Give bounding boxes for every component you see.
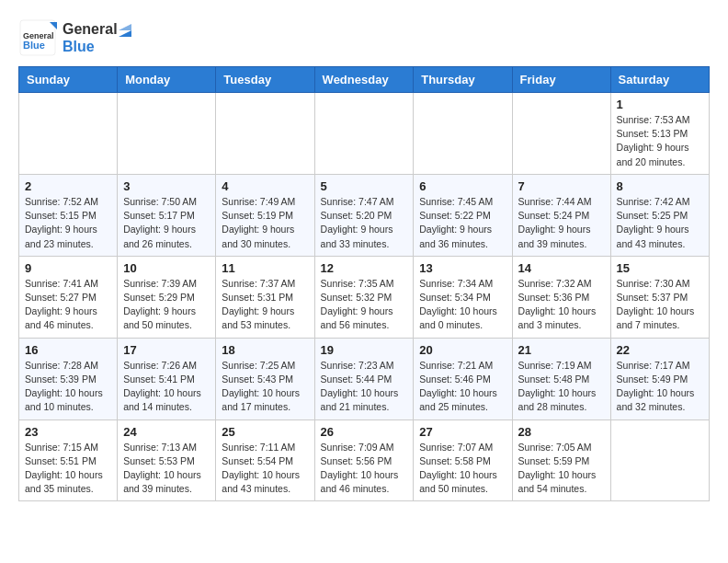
day-number: 4 — [222, 179, 308, 193]
day-number: 11 — [222, 261, 308, 275]
calendar-day: 12Sunrise: 7:35 AM Sunset: 5:32 PM Dayli… — [314, 256, 414, 338]
day-number: 10 — [123, 261, 210, 275]
day-info: Sunrise: 7:28 AM Sunset: 5:39 PM Dayligh… — [25, 359, 111, 415]
day-info: Sunrise: 7:17 AM Sunset: 5:49 PM Dayligh… — [617, 359, 703, 415]
calendar-day — [610, 419, 709, 501]
logo-arrow-icon — [119, 24, 131, 37]
calendar-day: 17Sunrise: 7:26 AM Sunset: 5:41 PM Dayli… — [118, 338, 216, 419]
day-info: Sunrise: 7:45 AM Sunset: 5:22 PM Dayligh… — [419, 195, 506, 251]
svg-text:Blue: Blue — [23, 40, 45, 51]
calendar-day: 5Sunrise: 7:47 AM Sunset: 5:20 PM Daylig… — [314, 174, 414, 256]
weekday-header-row: SundayMondayTuesdayWednesdayThursdayFrid… — [19, 67, 710, 93]
weekday-header-thursday: Thursday — [414, 67, 512, 93]
day-info: Sunrise: 7:49 AM Sunset: 5:19 PM Dayligh… — [222, 195, 308, 251]
weekday-header-friday: Friday — [512, 67, 610, 93]
day-info: Sunrise: 7:42 AM Sunset: 5:25 PM Dayligh… — [617, 195, 703, 251]
day-info: Sunrise: 7:39 AM Sunset: 5:29 PM Dayligh… — [123, 277, 210, 333]
calendar-day: 15Sunrise: 7:30 AM Sunset: 5:37 PM Dayli… — [610, 256, 709, 338]
calendar-day: 13Sunrise: 7:34 AM Sunset: 5:34 PM Dayli… — [414, 256, 512, 338]
day-info: Sunrise: 7:41 AM Sunset: 5:27 PM Dayligh… — [25, 277, 111, 333]
day-number: 7 — [518, 179, 605, 193]
logo-icon: General Blue — [18, 18, 57, 57]
day-info: Sunrise: 7:23 AM Sunset: 5:44 PM Dayligh… — [321, 359, 408, 415]
day-info: Sunrise: 7:13 AM Sunset: 5:53 PM Dayligh… — [123, 441, 210, 497]
day-number: 18 — [222, 343, 308, 357]
day-number: 2 — [25, 179, 111, 193]
day-number: 12 — [321, 261, 408, 275]
calendar-day: 20Sunrise: 7:21 AM Sunset: 5:46 PM Dayli… — [414, 338, 512, 419]
calendar-day: 19Sunrise: 7:23 AM Sunset: 5:44 PM Dayli… — [314, 338, 414, 419]
day-number: 5 — [321, 179, 408, 193]
day-number: 6 — [419, 179, 506, 193]
calendar-day: 23Sunrise: 7:15 AM Sunset: 5:51 PM Dayli… — [19, 419, 118, 501]
calendar-day: 24Sunrise: 7:13 AM Sunset: 5:53 PM Dayli… — [118, 419, 216, 501]
logo: General Blue General Blue — [18, 18, 131, 57]
calendar-day: 7Sunrise: 7:44 AM Sunset: 5:24 PM Daylig… — [512, 174, 610, 256]
day-info: Sunrise: 7:32 AM Sunset: 5:36 PM Dayligh… — [518, 277, 605, 333]
day-number: 28 — [518, 425, 605, 439]
day-info: Sunrise: 7:44 AM Sunset: 5:24 PM Dayligh… — [518, 195, 605, 251]
calendar-day — [314, 93, 414, 175]
calendar-day: 16Sunrise: 7:28 AM Sunset: 5:39 PM Dayli… — [19, 338, 118, 419]
calendar-day — [216, 93, 314, 175]
calendar-day: 10Sunrise: 7:39 AM Sunset: 5:29 PM Dayli… — [118, 256, 216, 338]
day-info: Sunrise: 7:50 AM Sunset: 5:17 PM Dayligh… — [123, 195, 210, 251]
calendar-week-2: 2Sunrise: 7:52 AM Sunset: 5:15 PM Daylig… — [19, 174, 710, 256]
weekday-header-sunday: Sunday — [19, 67, 118, 93]
day-number: 25 — [222, 425, 308, 439]
calendar-day: 25Sunrise: 7:11 AM Sunset: 5:54 PM Dayli… — [216, 419, 314, 501]
day-info: Sunrise: 7:30 AM Sunset: 5:37 PM Dayligh… — [617, 277, 703, 333]
calendar-week-4: 16Sunrise: 7:28 AM Sunset: 5:39 PM Dayli… — [19, 338, 710, 419]
page-header: General Blue General Blue — [18, 18, 710, 57]
weekday-header-tuesday: Tuesday — [216, 67, 314, 93]
svg-marker-5 — [119, 24, 131, 30]
day-number: 27 — [419, 425, 506, 439]
day-info: Sunrise: 7:37 AM Sunset: 5:31 PM Dayligh… — [222, 277, 308, 333]
calendar-day: 11Sunrise: 7:37 AM Sunset: 5:31 PM Dayli… — [216, 256, 314, 338]
day-number: 1 — [617, 98, 703, 111]
day-info: Sunrise: 7:53 AM Sunset: 5:13 PM Dayligh… — [617, 113, 703, 169]
calendar-day — [512, 93, 610, 175]
day-number: 20 — [419, 343, 506, 357]
calendar-day: 1Sunrise: 7:53 AM Sunset: 5:13 PM Daylig… — [610, 93, 709, 175]
day-number: 8 — [617, 179, 703, 193]
day-info: Sunrise: 7:11 AM Sunset: 5:54 PM Dayligh… — [222, 441, 308, 497]
calendar-day: 8Sunrise: 7:42 AM Sunset: 5:25 PM Daylig… — [610, 174, 709, 256]
weekday-header-wednesday: Wednesday — [314, 67, 414, 93]
calendar-day: 14Sunrise: 7:32 AM Sunset: 5:36 PM Dayli… — [512, 256, 610, 338]
day-info: Sunrise: 7:19 AM Sunset: 5:48 PM Dayligh… — [518, 359, 605, 415]
day-number: 22 — [617, 343, 703, 357]
calendar-day: 4Sunrise: 7:49 AM Sunset: 5:19 PM Daylig… — [216, 174, 314, 256]
day-info: Sunrise: 7:47 AM Sunset: 5:20 PM Dayligh… — [321, 195, 408, 251]
calendar-week-3: 9Sunrise: 7:41 AM Sunset: 5:27 PM Daylig… — [19, 256, 710, 338]
day-info: Sunrise: 7:26 AM Sunset: 5:41 PM Dayligh… — [123, 359, 210, 415]
calendar-day: 21Sunrise: 7:19 AM Sunset: 5:48 PM Dayli… — [512, 338, 610, 419]
calendar-day: 27Sunrise: 7:07 AM Sunset: 5:58 PM Dayli… — [414, 419, 512, 501]
calendar-day: 6Sunrise: 7:45 AM Sunset: 5:22 PM Daylig… — [414, 174, 512, 256]
day-number: 17 — [123, 343, 210, 357]
day-number: 24 — [123, 425, 210, 439]
day-info: Sunrise: 7:25 AM Sunset: 5:43 PM Dayligh… — [222, 359, 308, 415]
calendar-day: 22Sunrise: 7:17 AM Sunset: 5:49 PM Dayli… — [610, 338, 709, 419]
svg-marker-4 — [119, 30, 131, 37]
calendar-table: SundayMondayTuesdayWednesdayThursdayFrid… — [18, 66, 710, 501]
day-info: Sunrise: 7:35 AM Sunset: 5:32 PM Dayligh… — [321, 277, 408, 333]
calendar-day — [118, 93, 216, 175]
calendar-week-1: 1Sunrise: 7:53 AM Sunset: 5:13 PM Daylig… — [19, 93, 710, 175]
day-number: 3 — [123, 179, 210, 193]
day-number: 19 — [321, 343, 408, 357]
weekday-header-monday: Monday — [118, 67, 216, 93]
calendar-day: 9Sunrise: 7:41 AM Sunset: 5:27 PM Daylig… — [19, 256, 118, 338]
day-number: 14 — [518, 261, 605, 275]
logo-general-text: General — [63, 21, 118, 37]
calendar-week-5: 23Sunrise: 7:15 AM Sunset: 5:51 PM Dayli… — [19, 419, 710, 501]
calendar-day — [414, 93, 512, 175]
day-info: Sunrise: 7:09 AM Sunset: 5:56 PM Dayligh… — [321, 441, 408, 497]
day-number: 15 — [617, 261, 703, 275]
day-info: Sunrise: 7:34 AM Sunset: 5:34 PM Dayligh… — [419, 277, 506, 333]
day-number: 21 — [518, 343, 605, 357]
calendar-day: 3Sunrise: 7:50 AM Sunset: 5:17 PM Daylig… — [118, 174, 216, 256]
logo-blue-text: Blue — [63, 39, 95, 54]
day-info: Sunrise: 7:07 AM Sunset: 5:58 PM Dayligh… — [419, 441, 506, 497]
day-number: 23 — [25, 425, 111, 439]
